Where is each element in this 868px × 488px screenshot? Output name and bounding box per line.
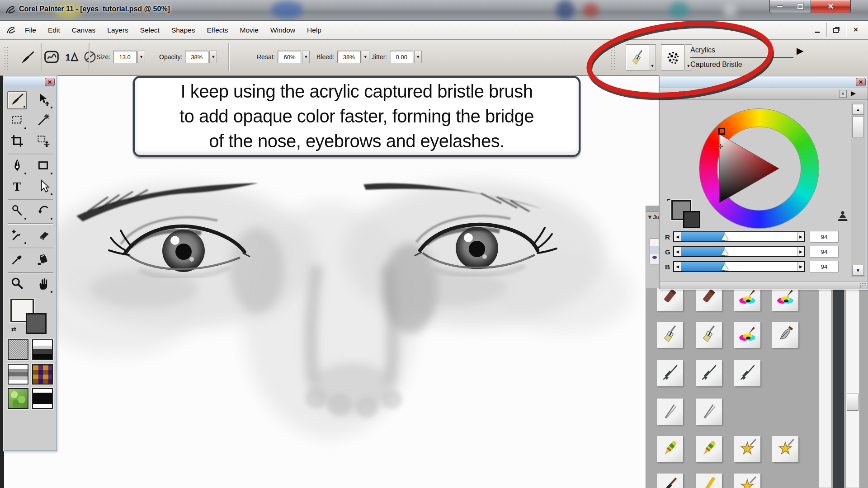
- brush-variant-palette[interactable]: [734, 322, 760, 348]
- field-dropdown[interactable]: ▼: [209, 51, 217, 63]
- document-restore-button[interactable]: [830, 24, 842, 36]
- slider-right-arrow[interactable]: ▶: [797, 262, 804, 271]
- document-minimize-button[interactable]: [811, 24, 823, 36]
- brush-variant-star[interactable]: [734, 474, 760, 488]
- loupe-tool[interactable]: [7, 202, 27, 221]
- drag-grip[interactable]: [4, 46, 9, 70]
- toolbox-close-button[interactable]: ✕: [45, 78, 55, 86]
- rotate-page-tool[interactable]: [33, 202, 53, 221]
- additional-color-swatch[interactable]: [683, 211, 700, 228]
- field-dropdown[interactable]: ▼: [414, 51, 422, 63]
- field-dropdown[interactable]: ▼: [362, 51, 369, 63]
- brush-variant-tweezer[interactable]: [696, 399, 722, 425]
- menu-window[interactable]: Window: [264, 21, 301, 39]
- slider-left-arrow[interactable]: ◀: [674, 247, 681, 256]
- menu-shapes[interactable]: Shapes: [165, 21, 201, 39]
- field-value-input[interactable]: 38%: [185, 51, 208, 63]
- brush-category-dropdown[interactable]: ▼: [649, 44, 656, 70]
- menu-select[interactable]: Select: [134, 21, 165, 39]
- magic-wand-tool[interactable]: [33, 112, 53, 130]
- brush-variant-acrylic[interactable]: [657, 322, 683, 348]
- hue-ring[interactable]: ✛: [699, 109, 819, 228]
- media-indicator-icon[interactable]: [82, 48, 98, 66]
- brush-tool[interactable]: [7, 91, 27, 109]
- slider-thumb[interactable]: [721, 234, 728, 240]
- field-dropdown[interactable]: ▼: [302, 51, 310, 63]
- colors-section-header[interactable]: ▼ Colors ✕ ▶: [660, 88, 868, 100]
- slider-value-input[interactable]: 94: [810, 231, 839, 243]
- selection-adjuster-tool[interactable]: [33, 133, 53, 151]
- field-dropdown[interactable]: ▼: [137, 51, 145, 63]
- brush-variant-liner[interactable]: [696, 360, 722, 386]
- magnifier-tool[interactable]: [7, 276, 27, 294]
- shape-select-tool[interactable]: [33, 178, 53, 196]
- look-selector[interactable]: [32, 388, 53, 409]
- scrollbar-thumb[interactable]: [847, 394, 859, 411]
- brush-variant-pen[interactable]: [772, 322, 798, 348]
- colors-close-icon[interactable]: ✕: [839, 90, 847, 98]
- menu-layers[interactable]: Layers: [101, 21, 134, 39]
- field-value-input[interactable]: 0.00: [390, 51, 413, 63]
- scroll-down-button[interactable]: ▼: [852, 265, 864, 276]
- slider-thumb[interactable]: [721, 264, 728, 270]
- colors-window-title-bar[interactable]: ✕: [660, 76, 868, 88]
- brush-variant-star[interactable]: [772, 436, 798, 462]
- hue-marker[interactable]: [718, 128, 725, 135]
- paint-bucket-tool[interactable]: [33, 251, 53, 269]
- menu-file[interactable]: File: [19, 21, 42, 39]
- scrollbar-thumb[interactable]: [852, 117, 864, 137]
- text-tool[interactable]: T: [7, 178, 27, 196]
- brush-variant-brush2[interactable]: [657, 474, 683, 488]
- slider-right-arrow[interactable]: ▶: [797, 247, 804, 256]
- dab-preview-icon[interactable]: 1: [63, 48, 79, 66]
- brush-variant-marker[interactable]: [657, 436, 683, 462]
- brush-variant-tweezer[interactable]: [657, 399, 683, 425]
- stroke-preview-icon[interactable]: [43, 48, 60, 66]
- slider-right-arrow[interactable]: ▶: [797, 232, 804, 241]
- colors-window-close-button[interactable]: ✕: [856, 78, 866, 86]
- clone-color-stamp-icon[interactable]: [835, 210, 849, 224]
- menu-movie[interactable]: Movie: [234, 21, 264, 39]
- rect-shape-tool[interactable]: [33, 157, 53, 175]
- field-value-input[interactable]: 38%: [337, 51, 361, 63]
- g-slider[interactable]: ◀▶: [673, 246, 805, 257]
- pen-tool[interactable]: [7, 157, 27, 175]
- document-close-button[interactable]: ×: [850, 24, 862, 36]
- brush-dab-selector[interactable]: [661, 44, 684, 70]
- swap-colors-icon[interactable]: ⇄: [11, 326, 16, 333]
- scratchboard-tool[interactable]: [7, 227, 27, 245]
- menu-edit[interactable]: Edit: [42, 21, 66, 39]
- weave-selector[interactable]: [32, 364, 53, 385]
- maximize-button[interactable]: [790, 0, 811, 13]
- side-palette-partial[interactable]: ▼Ju: [646, 211, 661, 288]
- layer-adjuster-tool[interactable]: [33, 91, 53, 109]
- slider-value-input[interactable]: 94: [810, 246, 839, 258]
- toolbox-title-bar[interactable]: ✕: [4, 76, 57, 87]
- menu-canvas[interactable]: Canvas: [66, 21, 102, 39]
- brush-variant-pencil[interactable]: [696, 474, 722, 488]
- resize-grip-icon[interactable]: [859, 282, 866, 288]
- additional-color-swatch[interactable]: [26, 313, 47, 334]
- menu-effects[interactable]: Effects: [201, 21, 234, 39]
- pattern-selector[interactable]: [8, 364, 28, 385]
- brush-variant-star[interactable]: [734, 436, 760, 462]
- saturation-value-triangle[interactable]: [717, 116, 798, 221]
- scroll-up-button[interactable]: ▲: [852, 104, 864, 115]
- field-value-input[interactable]: 13.0: [113, 51, 137, 63]
- brush-category-selector[interactable]: [626, 44, 649, 70]
- field-value-input[interactable]: 60%: [278, 51, 301, 63]
- crop-tool[interactable]: [7, 133, 27, 151]
- nozzle-selector[interactable]: [8, 388, 28, 409]
- slider-value-input[interactable]: 94: [810, 261, 839, 272]
- flyout-arrow-icon[interactable]: ▶: [797, 45, 803, 56]
- minimize-button[interactable]: [769, 0, 790, 13]
- color-cursor[interactable]: ✛: [717, 143, 724, 150]
- slider-thumb[interactable]: [721, 249, 728, 255]
- colors-flyout-icon[interactable]: ▶: [851, 89, 856, 97]
- brush-variant-liner[interactable]: [734, 360, 760, 386]
- eraser-tool[interactable]: [33, 227, 53, 245]
- dropper-tool[interactable]: [7, 251, 27, 269]
- slider-left-arrow[interactable]: ◀: [674, 262, 681, 271]
- drag-grip[interactable]: [610, 46, 616, 70]
- slider-left-arrow[interactable]: ◀: [674, 232, 681, 241]
